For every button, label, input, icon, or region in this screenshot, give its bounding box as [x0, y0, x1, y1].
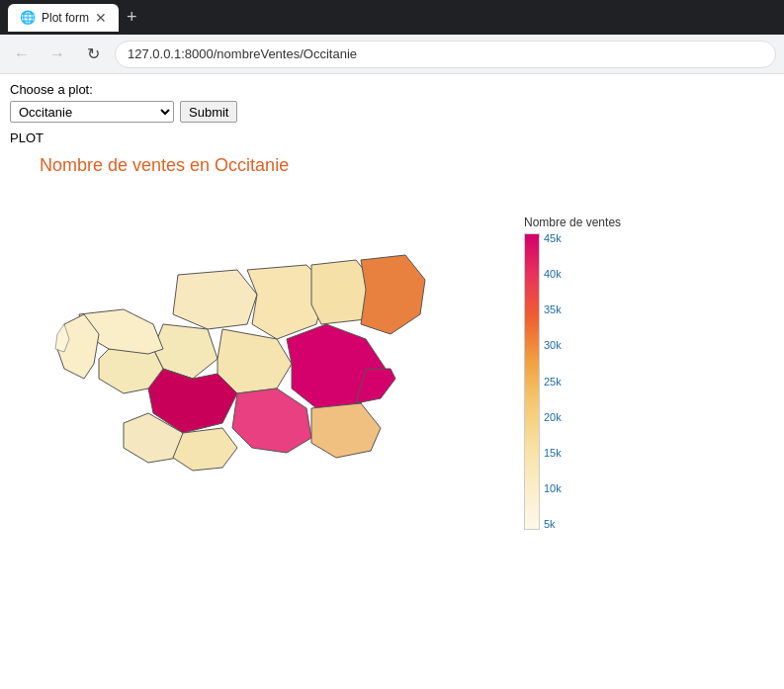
tab-bar: 🌐 Plot form ✕ + [8, 4, 141, 32]
plot-section-label: PLOT [10, 130, 774, 145]
form-row: Occitanie Ile-de-France Auvergne-Rhône-A… [10, 101, 774, 123]
plot-select[interactable]: Occitanie Ile-de-France Auvergne-Rhône-A… [10, 101, 174, 123]
tab-close-button[interactable]: ✕ [95, 10, 107, 26]
dept-gard [361, 255, 425, 334]
legend-tick-40k: 40k [544, 269, 562, 280]
legend-tick-10k: 10k [544, 483, 562, 494]
legend-tick-30k: 30k [544, 340, 562, 351]
legend-tick-45k: 45k [544, 233, 562, 244]
legend-ticks: 45k 40k 35k 30k 25k 20k 15k 10k 5k [544, 233, 562, 530]
active-tab[interactable]: 🌐 Plot form ✕ [8, 4, 119, 32]
dept-lot [173, 270, 257, 329]
dept-aude [232, 388, 311, 453]
legend-tick-35k: 35k [544, 304, 562, 315]
browser-chrome: 🌐 Plot form ✕ + [0, 0, 784, 35]
forward-button[interactable]: → [44, 41, 71, 68]
submit-button[interactable]: Submit [180, 101, 237, 123]
choose-label: Choose a plot: [10, 82, 774, 97]
legend-tick-15k: 15k [544, 448, 562, 459]
legend-tick-25k: 25k [544, 377, 562, 388]
chart-title-region: Occitanie [215, 155, 289, 175]
legend-tick-5k: 5k [544, 519, 562, 530]
dept-ariege [173, 428, 237, 471]
nav-bar: ← → ↻ [0, 35, 784, 74]
back-button[interactable]: ← [8, 41, 36, 68]
dept-pyrenees-orientales [311, 403, 381, 458]
chart-title-prefix: Nombre de ventes en [40, 155, 215, 175]
map-svg [10, 196, 504, 532]
legend-bar-container: 45k 40k 35k 30k 25k 20k 15k 10k 5k [524, 233, 562, 530]
new-tab-button[interactable]: + [123, 5, 141, 30]
tab-title: Plot form [42, 11, 89, 25]
chart-container: Nombre de ventes en Occitanie [10, 155, 774, 532]
map-and-legend: Nombre de ventes 45k 40k 35k 30k 25k 20k… [10, 196, 774, 532]
chart-legend: Nombre de ventes 45k 40k 35k 30k 25k 20k… [524, 196, 621, 530]
chart-title: Nombre de ventes en Occitanie [40, 155, 774, 176]
reload-button[interactable]: ↻ [79, 41, 107, 68]
legend-title: Nombre de ventes [524, 215, 621, 229]
address-bar[interactable] [115, 41, 776, 68]
legend-gradient-bar [524, 233, 540, 530]
legend-tick-20k: 20k [544, 412, 562, 423]
page-content: Choose a plot: Occitanie Ile-de-France A… [0, 74, 784, 540]
tab-icon: 🌐 [20, 10, 36, 25]
dept-tarn [218, 329, 292, 393]
